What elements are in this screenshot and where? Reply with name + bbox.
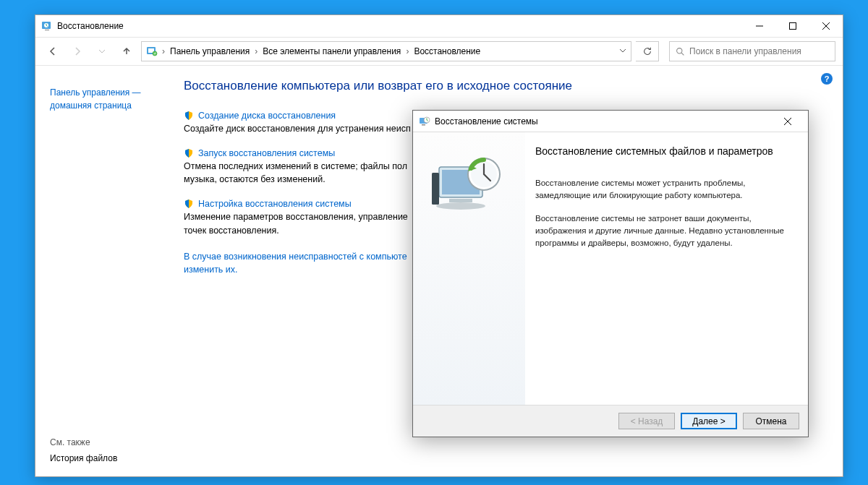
svg-rect-12 (449, 199, 472, 202)
titlebar: Восстановление (35, 15, 843, 37)
refresh-button[interactable] (636, 41, 659, 61)
chevron-right-icon: › (406, 46, 409, 56)
dialog-paragraph-2: Восстановление системы не затронет ваши … (535, 213, 793, 249)
open-system-restore-link[interactable]: Запуск восстановления системы (198, 148, 335, 158)
file-history-link[interactable]: История файлов (50, 453, 117, 463)
dialog-heading: Восстановление системных файлов и параме… (535, 145, 793, 157)
svg-rect-14 (432, 173, 439, 205)
svg-point-13 (436, 202, 485, 210)
see-also-label: См. также (50, 437, 90, 447)
control-panel-icon (146, 46, 158, 57)
chevron-right-icon: › (162, 46, 165, 56)
navbar: › Панель управления › Все элементы панел… (35, 37, 843, 66)
nav-forward-button[interactable] (67, 41, 88, 61)
nav-back-button[interactable] (43, 41, 63, 61)
computer-restore-icon (426, 147, 513, 226)
breadcrumb-all[interactable]: Все элементы панели управления (260, 45, 403, 58)
window-title: Восстановление (57, 21, 124, 31)
search-icon (676, 47, 685, 56)
shield-icon (184, 199, 194, 209)
svg-rect-8 (422, 124, 425, 126)
system-restore-dialog: Восстановление системы Восстановление си… (412, 110, 809, 437)
back-button[interactable]: < Назад (618, 413, 675, 429)
minimize-button[interactable] (743, 15, 776, 37)
nav-up-button[interactable] (116, 41, 137, 61)
recovery-icon (41, 20, 53, 32)
shield-icon (184, 148, 194, 158)
maximize-button[interactable] (776, 15, 809, 37)
nav-recent-dropdown[interactable] (92, 41, 112, 61)
sidebar-cp-home-link[interactable]: Панель управления — домашняя страница (50, 86, 175, 112)
create-recovery-drive-link[interactable]: Создание диска восстановления (198, 111, 336, 121)
system-restore-icon (419, 116, 430, 127)
help-icon[interactable]: ? (821, 73, 833, 85)
breadcrumb-root[interactable]: Панель управления (168, 45, 252, 58)
dialog-sidebar-graphic (413, 132, 525, 405)
shield-icon (184, 111, 194, 121)
search-input[interactable]: Поиск в панели управления (669, 41, 835, 61)
dialog-close-button[interactable] (773, 111, 802, 132)
sidebar: Панель управления — домашняя страница См… (35, 66, 184, 476)
dialog-paragraph-1: Восстановление системы может устранить п… (535, 177, 793, 201)
dialog-title: Восстановление системы (435, 116, 538, 126)
page-heading: Восстановление компьютера или возврат ег… (184, 79, 825, 93)
next-button[interactable]: Далее > (681, 413, 737, 429)
address-dropdown-button[interactable] (619, 46, 626, 56)
chevron-right-icon: › (255, 46, 258, 56)
svg-rect-2 (790, 23, 796, 30)
cancel-button[interactable]: Отмена (743, 413, 799, 429)
dialog-footer: < Назад Далее > Отмена (413, 405, 808, 437)
dialog-titlebar: Восстановление системы (413, 111, 808, 132)
breadcrumb-current[interactable]: Восстановление (412, 45, 482, 58)
address-bar[interactable]: › Панель управления › Все элементы панел… (141, 41, 631, 61)
configure-system-restore-link[interactable]: Настройка восстановления системы (198, 199, 352, 209)
svg-point-6 (677, 48, 682, 53)
search-placeholder: Поиск в панели управления (689, 46, 801, 56)
close-button[interactable] (809, 15, 843, 37)
